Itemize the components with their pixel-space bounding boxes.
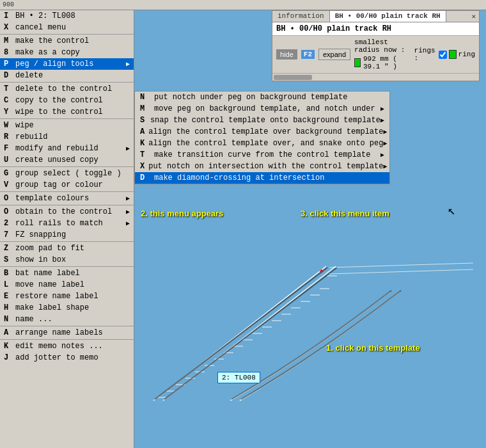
ruler-label: 900 <box>3 1 14 8</box>
track-diagram: ✦ <box>147 228 480 407</box>
ring-section: rings : ring <box>414 47 475 62</box>
submenu-item-N[interactable]: N put notch under peg on background temp… <box>135 92 389 103</box>
menu-item-rebuild[interactable]: R rebuild <box>0 131 134 143</box>
submenu-item-D[interactable]: D make diamond-crossing at intersection <box>135 172 389 184</box>
menu-item-peg-align[interactable]: P peg / align tools ▶ <box>0 58 134 70</box>
menu-item-make-control[interactable]: M make the control <box>0 35 134 47</box>
scroll-thumb <box>274 75 312 80</box>
menu-item-make-label[interactable]: H make label shape <box>0 302 134 314</box>
submenu-item-X[interactable]: X put notch on intersection with the con… <box>135 161 389 172</box>
menu-item-name[interactable]: N name ... <box>0 314 134 325</box>
menu-item-group-select[interactable]: G group select ( toggle ) <box>0 168 134 179</box>
menu-item-wipe[interactable]: W wipe <box>0 120 134 131</box>
menu-item-delete-control[interactable]: T delete to the control <box>0 83 134 95</box>
menu-item-modify-rebuild[interactable]: F modify and rebuild ▶ <box>0 143 134 154</box>
annotation-click-item: 3. click this menu item <box>301 209 389 218</box>
submenu-item-M[interactable]: M move peg on background template, and n… <box>135 103 389 115</box>
radius-section: smallest radius now : 992 mm ( 39.1 " ) <box>354 38 410 70</box>
menu-item-bat-name[interactable]: B bat name label <box>0 268 134 279</box>
ruler: 900 <box>0 0 486 10</box>
expand-button[interactable]: expand <box>318 49 350 60</box>
menu-item-identity[interactable]: I BH • 2: TL008 <box>0 10 134 22</box>
divider-8 <box>0 266 134 267</box>
menu-item-restore-name[interactable]: E restore name label <box>0 291 134 302</box>
divider-4 <box>0 166 134 167</box>
submenu-item-T[interactable]: T make transition curve from the control… <box>135 149 389 161</box>
f2-badge: F2 <box>301 50 315 59</box>
menu-item-delete[interactable]: D delete <box>0 70 134 81</box>
menu-item-obtain[interactable]: O obtain to the control ▶ <box>0 206 134 218</box>
info-panel-body: hide F2 expand smallest radius now : 992… <box>272 36 479 73</box>
peg-align-submenu: N put notch under peg on background temp… <box>134 91 390 184</box>
menu-item-wipe-control[interactable]: Y wipe to the control <box>0 106 134 118</box>
menu-item-roll-rails[interactable]: 2 roll rails to match ▶ <box>0 218 134 229</box>
menu-item-fz-snapping[interactable]: 7 FZ snapping <box>0 229 134 241</box>
annotation-click-template: 1. click on this template <box>326 343 420 353</box>
ring-color-box <box>449 50 456 59</box>
left-menu: I BH • 2: TL008 X cancel menu M make the… <box>0 10 134 448</box>
cursor-arrow: ↖ <box>448 202 455 218</box>
divider-10 <box>0 339 134 340</box>
menu-item-add-jotter[interactable]: J add jotter to memo <box>0 352 134 364</box>
menu-item-show-box[interactable]: S show in box <box>0 254 134 266</box>
tab-information[interactable]: information <box>272 11 330 22</box>
menu-item-edit-memo[interactable]: K edit memo notes ... <box>0 340 134 352</box>
info-panel-title: BH • 00/H0 plain track RH <box>272 22 479 36</box>
menu-item-arrange-labels[interactable]: A arrange name labels <box>0 327 134 339</box>
divider-3 <box>0 118 134 119</box>
submenu-item-K[interactable]: K align the control template over, and s… <box>135 138 389 149</box>
tab-track[interactable]: BH • 00/H0 plain track RH <box>330 11 446 22</box>
divider-2 <box>0 82 134 83</box>
submenu-item-A[interactable]: A align the control template over backgr… <box>135 126 389 138</box>
svg-line-23 <box>329 263 473 268</box>
svg-text:✦: ✦ <box>318 266 325 277</box>
menu-item-zoom-pad[interactable]: Z zoom pad to fit <box>0 243 134 254</box>
menu-item-make-copy[interactable]: 8 make as a copy <box>0 47 134 58</box>
info-scrollbar[interactable] <box>272 73 479 81</box>
menu-item-create-copy[interactable]: U create unused copy <box>0 154 134 166</box>
ring-checkbox[interactable] <box>439 51 447 59</box>
menu-item-cancel[interactable]: X cancel menu <box>0 22 134 33</box>
divider-9 <box>0 326 134 326</box>
divider-6 <box>0 205 134 205</box>
divider-5 <box>0 191 134 192</box>
radius-color-box <box>354 58 361 67</box>
menu-item-group-tag[interactable]: V group tag or colour <box>0 179 134 191</box>
info-close-button[interactable]: ✕ <box>468 11 479 22</box>
menu-item-template-colours[interactable]: O template colours ▶ <box>0 193 134 204</box>
svg-line-24 <box>329 269 473 274</box>
hide-button[interactable]: hide <box>276 49 297 60</box>
divider-1 <box>0 34 134 35</box>
menu-item-move-name[interactable]: L move name label <box>0 279 134 291</box>
annotation-menu-appears: 2. this menu appears <box>141 209 223 218</box>
menu-item-copy-control[interactable]: C copy to the control <box>0 95 134 106</box>
submenu-item-S[interactable]: S snap the control template onto backgro… <box>135 115 389 126</box>
info-panel: information BH • 00/H0 plain track RH ✕ … <box>272 10 480 81</box>
divider-7 <box>0 241 134 242</box>
info-panel-tabs: information BH • 00/H0 plain track RH ✕ <box>272 11 479 22</box>
template-label: 2: TL008 <box>217 372 260 383</box>
